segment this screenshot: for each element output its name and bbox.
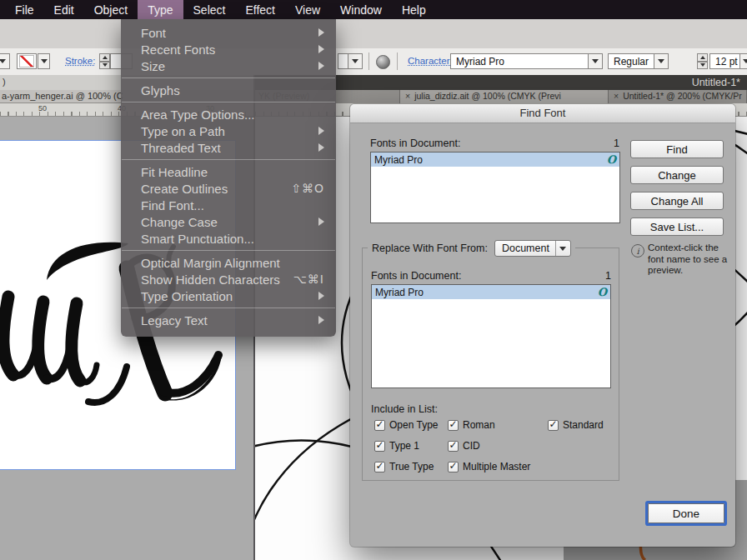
submenu-arrow-icon <box>318 316 324 324</box>
menu-item-type-on-a-path[interactable]: Type on a Path <box>121 122 336 139</box>
menu-type[interactable]: Type <box>138 0 183 19</box>
font-size-select[interactable]: 12 pt <box>709 53 747 69</box>
menu-item-recent-fonts[interactable]: Recent Fonts <box>121 41 336 58</box>
change-button[interactable]: Change <box>630 166 724 184</box>
menu-item-legacy-text[interactable]: Legacy Text <box>121 312 336 328</box>
change-all-button[interactable]: Change All <box>630 192 724 210</box>
replace-group: Replace With Font From: Document Fonts i… <box>362 248 619 481</box>
menu-item-fit-headline[interactable]: Fit Headline <box>121 163 336 180</box>
checkbox-box: ✓ <box>374 462 385 472</box>
stroke-link[interactable]: Stroke: <box>65 56 95 66</box>
submenu-arrow-icon <box>318 292 324 300</box>
swatch-arrow[interactable] <box>38 53 50 69</box>
chevron-down-icon <box>555 241 570 256</box>
menu-item-font[interactable]: Font <box>121 24 336 41</box>
menu-effect[interactable]: Effect <box>235 0 285 19</box>
type-menu-dropdown: Font Recent Fonts Size Glyphs Area Type … <box>121 19 336 337</box>
submenu-arrow-icon <box>318 62 324 70</box>
done-button[interactable]: Done <box>648 503 724 523</box>
save-list-button[interactable]: Save List... <box>630 218 724 236</box>
menu-separator <box>122 308 335 308</box>
check-icon: ✓ <box>375 441 384 449</box>
submenu-arrow-icon <box>318 127 324 135</box>
stroke-weight-stepper[interactable] <box>99 53 110 69</box>
chevron-down-icon <box>654 54 668 68</box>
none-color-swatch[interactable] <box>17 53 37 69</box>
menu-item-find-font[interactable]: Find Font... <box>121 197 336 213</box>
panel-dropdown-stub[interactable] <box>338 53 363 69</box>
close-icon[interactable]: × <box>614 91 619 101</box>
character-link[interactable]: Character: <box>408 56 453 66</box>
replace-fonts-count: 1 <box>605 270 611 282</box>
submenu-arrow-icon <box>318 143 324 152</box>
menu-item-area-type-options[interactable]: Area Type Options... <box>121 106 336 122</box>
check-icon: ✓ <box>375 420 384 428</box>
replace-with-label: Replace With Font From: <box>372 242 488 254</box>
menu-item-show-hidden-characters[interactable]: Show Hidden Characters⌥⌘I <box>121 271 336 288</box>
close-icon[interactable]: × <box>405 91 410 101</box>
checkbox-roman[interactable]: ✓ Roman <box>448 419 495 431</box>
checkbox-box: ✓ <box>448 462 459 472</box>
info-text: Context-click the font name to see a pre… <box>648 242 733 277</box>
document-tab[interactable]: ×julia_dizdiz.ait @ 100% (CMYK (Previ <box>400 90 609 103</box>
replace-source-select[interactable]: Document <box>494 240 571 257</box>
checkbox-open-type[interactable]: ✓ Open Type <box>374 419 439 431</box>
find-button[interactable]: Find <box>630 140 724 158</box>
menu-file[interactable]: File <box>5 0 44 19</box>
menu-item-threaded-text[interactable]: Threaded Text <box>121 139 336 156</box>
document-tab[interactable]: ×Untitled-1* @ 200% (CMYK/Pr <box>609 90 747 103</box>
replace-fonts-label: Fonts in Document: <box>371 270 461 282</box>
check-icon: ✓ <box>549 420 557 428</box>
menu-window[interactable]: Window <box>330 0 392 19</box>
menu-object[interactable]: Object <box>84 0 138 19</box>
check-icon: ✓ <box>449 462 457 470</box>
check-icon: ✓ <box>449 420 457 428</box>
menu-help[interactable]: Help <box>392 0 436 19</box>
font-family-select[interactable]: Myriad Pro <box>450 53 603 69</box>
check-icon: ✓ <box>375 462 384 470</box>
font-list-item[interactable]: Myriad Pro O <box>371 152 619 167</box>
submenu-arrow-icon <box>318 28 324 37</box>
submenu-arrow-icon <box>318 45 324 53</box>
menu-edit[interactable]: Edit <box>44 0 84 19</box>
menu-item-glyphs[interactable]: Glyphs <box>121 82 336 98</box>
menu-item-size[interactable]: Size <box>121 58 336 74</box>
checkbox-cid[interactable]: ✓ CID <box>448 440 480 452</box>
checkbox-type-1[interactable]: ✓ Type 1 <box>374 440 419 452</box>
menu-separator <box>122 78 335 78</box>
font-size-stepper[interactable] <box>697 53 708 69</box>
opentype-icon: O <box>598 286 607 298</box>
font-list-item[interactable]: Myriad Pro O <box>372 285 610 299</box>
illustrator-app: Stroke: Character: Myriad Pro Regular 12… <box>0 0 747 560</box>
info-icon: i <box>631 244 644 258</box>
menu-separator <box>122 159 335 160</box>
checkbox-true-type[interactable]: ✓ True Type <box>374 461 434 472</box>
dialog-titlebar[interactable]: Find Font <box>350 104 735 123</box>
divider <box>397 52 398 70</box>
menu-item-create-outlines[interactable]: Create Outlines⇧⌘O <box>121 180 336 197</box>
include-in-list-label: Include in List: <box>371 403 438 415</box>
menu-item-smart-punctuation[interactable]: Smart Punctuation... <box>121 230 336 247</box>
globe-icon[interactable] <box>376 55 390 69</box>
swatch-dropdown-stub[interactable] <box>0 53 10 69</box>
menu-item-change-case[interactable]: Change Case <box>121 213 336 230</box>
none-slash-icon <box>19 55 34 68</box>
checkbox-box: ✓ <box>448 420 459 431</box>
check-icon: ✓ <box>449 441 457 449</box>
font-style-select[interactable]: Regular <box>608 53 669 69</box>
fonts-in-document-label: Fonts in Document: <box>370 138 460 149</box>
menu-view[interactable]: View <box>285 0 330 19</box>
menu-select[interactable]: Select <box>183 0 236 19</box>
control-bar: Stroke: Character: Myriad Pro Regular 12… <box>0 48 747 76</box>
menu-separator <box>122 102 335 102</box>
replace-fonts-list[interactable]: Myriad Pro O <box>371 284 611 388</box>
menu-item-type-orientation[interactable]: Type Orientation <box>121 288 336 304</box>
menu-item-optical-margin-alignment[interactable]: Optical Margin Alignment <box>121 254 336 271</box>
checkbox-multiple-master[interactable]: ✓ Multiple Master <box>448 461 530 472</box>
checkbox-standard[interactable]: ✓ Standard <box>548 419 604 431</box>
opentype-icon: O <box>607 153 616 166</box>
chevron-down-icon <box>588 54 602 68</box>
chevron-down-icon <box>739 54 747 68</box>
fonts-count: 1 <box>614 138 619 149</box>
document-fonts-list[interactable]: Myriad Pro O <box>370 152 620 223</box>
